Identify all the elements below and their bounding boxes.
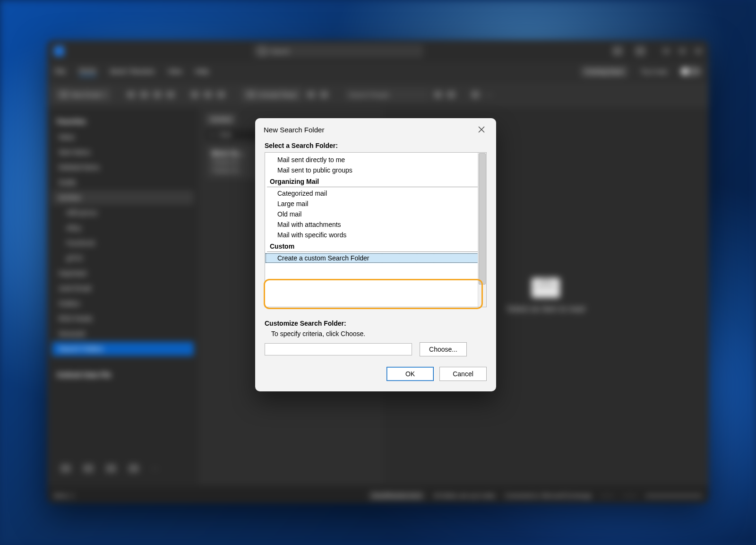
list-item-mail-directly[interactable]: Mail sent directly to me <box>265 155 486 165</box>
global-search-placeholder: Search <box>270 48 290 55</box>
list-header-organizing: Organizing Mail <box>267 176 484 187</box>
mail-module-icon[interactable] <box>60 464 71 473</box>
addin-icon[interactable] <box>471 91 480 98</box>
reading-placeholder: Select an item to read <box>507 304 584 314</box>
titlebar-icon[interactable] <box>635 46 645 56</box>
address-book-icon[interactable] <box>434 91 442 98</box>
dialog-title: New Search Folder <box>264 126 324 134</box>
data-file-heading[interactable]: Outlook Data File <box>52 367 194 382</box>
menu-view[interactable]: View <box>168 68 182 75</box>
ribbon-icon[interactable] <box>140 91 148 98</box>
select-folder-label: Select a Search Folder: <box>265 142 487 149</box>
nav-outbox[interactable]: Outbox <box>52 296 194 311</box>
ribbon-icon[interactable] <box>127 91 135 98</box>
try-it-now-label: Try it now <box>641 68 667 75</box>
list-item-old[interactable]: Old mail <box>265 209 486 219</box>
nav-search-folders[interactable]: Search Folders <box>52 342 194 356</box>
mail-plus-icon <box>60 91 68 98</box>
global-search[interactable]: Search <box>253 44 423 58</box>
status-connected: Connected to: Microsoft Exchange <box>505 493 592 499</box>
calendar-module-icon[interactable] <box>83 464 94 473</box>
unread-read-button[interactable]: Unread/ Read <box>241 88 302 101</box>
titlebar: Search <box>47 40 709 62</box>
nav-archive[interactable]: Archive <box>52 190 194 205</box>
ok-button[interactable]: OK <box>387 367 434 381</box>
try-it-now-toggle[interactable] <box>680 67 701 76</box>
ribbon: New Email ▾ Unread/ Read Search People ⋯ <box>47 81 709 108</box>
list-sort-label: Older <box>218 131 232 138</box>
search-people-input[interactable]: Search People <box>344 88 429 101</box>
unread-read-label: Unread/ Read <box>258 91 296 98</box>
list-item-specific-words[interactable]: Mail with specific words <box>265 230 486 240</box>
list-tab-archive[interactable]: Archive <box>206 114 236 125</box>
menu-send-receive[interactable]: Send / Receive <box>110 68 155 75</box>
forward-icon[interactable] <box>217 91 225 98</box>
new-email-label: New Email <box>71 91 100 98</box>
envelope-icon <box>532 278 560 298</box>
envelope-icon <box>247 91 255 98</box>
choose-button[interactable]: Choose... <box>420 342 467 356</box>
window-close[interactable] <box>695 48 702 54</box>
nav-important[interactable]: Important <box>52 266 194 280</box>
reply-all-icon[interactable] <box>204 91 212 98</box>
new-search-folder-dialog: New Search Folder Select a Search Folder… <box>255 118 496 391</box>
folder-navigation: Favorites Inbox Sent Items Deleted Items… <box>47 107 198 484</box>
cancel-button[interactable]: Cancel <box>439 367 487 381</box>
nav-sub[interactable]: AliExpress <box>52 206 194 220</box>
nav-inbox[interactable]: Inbox <box>52 130 194 144</box>
nav-sub[interactable]: Facebook <box>52 236 194 250</box>
ribbon-icon[interactable] <box>166 91 175 98</box>
customize-label: Customize Search Folder: <box>265 320 487 327</box>
menu-help[interactable]: Help <box>195 68 209 75</box>
nav-deleted[interactable]: Deleted Items <box>52 160 194 174</box>
window-maximize[interactable] <box>679 48 686 54</box>
nav-drafts[interactable]: Drafts <box>52 175 194 190</box>
list-item-public-groups[interactable]: Mail sent to public groups <box>265 165 486 175</box>
nav-junk[interactable]: Junk Email <box>52 281 194 295</box>
nav-sent[interactable]: Sent Items <box>52 145 194 159</box>
categorize-icon[interactable] <box>307 91 315 98</box>
menu-file[interactable]: File <box>55 68 66 75</box>
filter-icon[interactable] <box>447 91 455 98</box>
search-icon <box>258 47 266 55</box>
list-item-attachments[interactable]: Mail with attachments <box>265 219 486 230</box>
list-item-create-custom[interactable]: Create a custom Search Folder <box>265 253 486 263</box>
favorites-heading[interactable]: Favorites <box>52 114 194 129</box>
search-folder-listbox[interactable]: Mail sent directly to me Mail sent to pu… <box>265 152 487 307</box>
list-item-large[interactable]: Large mail <box>265 199 486 209</box>
nav-bottom-bar: ⋯ <box>52 459 194 478</box>
window-minimize[interactable] <box>662 48 670 54</box>
nav-sub[interactable]: eBay <box>52 221 194 235</box>
nav-sub[interactable]: gFSS <box>52 251 194 265</box>
flag-icon[interactable] <box>320 91 328 98</box>
status-error: Send/Receive error <box>369 492 425 500</box>
ribbon-icon[interactable] <box>153 91 162 98</box>
menu-bar: File Home Send / Receive View Help Comin… <box>47 62 709 81</box>
dialog-close-button[interactable] <box>473 123 490 136</box>
menu-home[interactable]: Home <box>79 67 96 76</box>
nav-rss[interactable]: RSS Feeds <box>52 311 194 326</box>
close-icon <box>478 126 485 133</box>
status-items: Items: 1 <box>54 493 74 499</box>
titlebar-icon[interactable] <box>612 46 623 56</box>
outlook-logo-icon <box>54 46 64 56</box>
nav-snoozed[interactable]: Snoozed <box>52 327 194 341</box>
listbox-scrollbar[interactable] <box>478 153 486 307</box>
reply-icon[interactable] <box>190 91 199 98</box>
folder-name-input[interactable] <box>265 343 412 355</box>
status-bar: Items: 1 Send/Receive error All folders … <box>47 488 709 503</box>
new-email-button[interactable]: New Email ▾ <box>54 88 111 101</box>
coming-soon-pill[interactable]: Coming Soon <box>581 66 627 77</box>
status-uptodate: All folders are up to date. <box>433 493 496 499</box>
instruction-text: To specify criteria, click Choose. <box>271 330 487 337</box>
search-people-placeholder: Search People <box>349 91 389 98</box>
people-module-icon[interactable] <box>106 464 116 473</box>
tasks-module-icon[interactable] <box>129 464 139 473</box>
list-item-categorized[interactable]: Categorized mail <box>265 188 486 199</box>
list-header-custom: Custom <box>267 241 484 252</box>
